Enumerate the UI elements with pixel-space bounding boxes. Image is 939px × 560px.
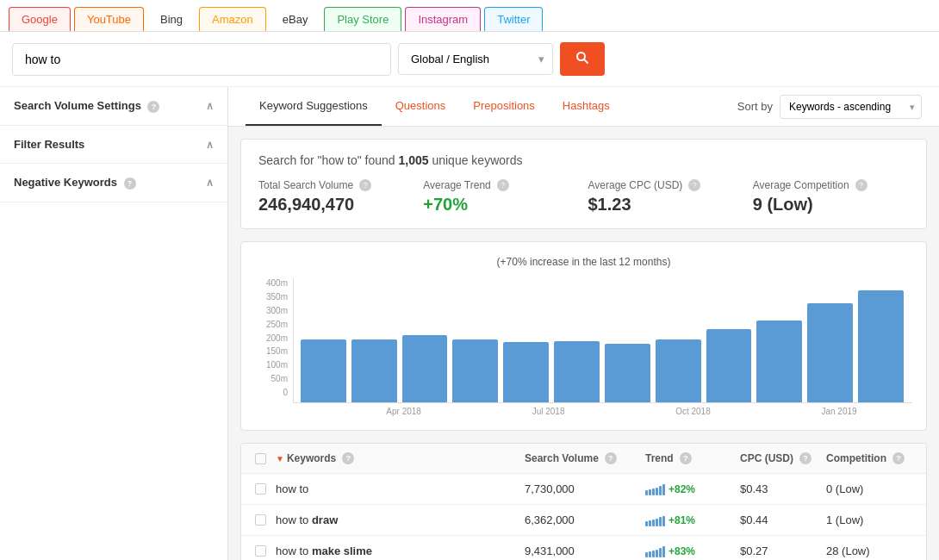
trend-bar-item <box>662 546 665 557</box>
row-trend: +82% <box>645 483 740 495</box>
tab-questions[interactable]: Questions <box>382 87 460 126</box>
stat-average-competition: Average Competition ? 9 (Low) <box>753 179 909 215</box>
row-checkbox <box>255 483 276 495</box>
help-icon-search-volume-col[interactable]: ? <box>605 452 617 464</box>
platform-tabs: Google YouTube Bing Amazon eBay Play Sto… <box>0 0 939 32</box>
search-bar: Global / English <box>0 32 939 87</box>
trend-bar-item <box>649 489 651 495</box>
trend-bar-item <box>659 548 662 557</box>
stat-label-total-volume: Total Search Volume ? <box>258 179 414 191</box>
row-cpc: $0.44 <box>740 513 826 526</box>
chart-container: 0 50m 100m 150m 200m 250m 300m 350m 400m… <box>255 278 912 416</box>
tab-youtube[interactable]: YouTube <box>74 7 144 31</box>
chart-bar <box>605 344 650 402</box>
row-volume: 7,730,000 <box>525 482 645 495</box>
trend-value: +83% <box>668 545 695 557</box>
trend-bar-item <box>656 550 658 557</box>
row-competition: 1 (Low) <box>826 513 912 526</box>
trend-value: +82% <box>668 483 695 495</box>
tab-playstore[interactable]: Play Store <box>324 7 401 31</box>
th-trend: Trend ? <box>645 452 740 464</box>
row-cpc: $0.43 <box>740 482 826 495</box>
th-checkbox <box>255 453 276 464</box>
tab-hashtags[interactable]: Hashtags <box>549 87 624 126</box>
sidebar-section-header-filter-results[interactable]: Filter Results ∧ <box>0 126 227 163</box>
trend-bar-item <box>645 521 648 526</box>
help-icon-average-competition[interactable]: ? <box>855 179 867 191</box>
stat-average-trend: Average Trend ? +70% <box>423 179 579 215</box>
y-label-400m: 400m <box>255 278 288 288</box>
sort-label: Sort by <box>737 100 773 113</box>
keywords-table: ▼ Keywords ? Search Volume ? Trend ? CPC… <box>240 443 927 560</box>
sidebar-section-header-negative-keywords[interactable]: Negative Keywords ? ∧ <box>0 164 227 202</box>
stat-total-search-volume: Total Search Volume ? 246,940,470 <box>258 179 414 215</box>
content-area: Keyword Suggestions Questions Prepositio… <box>228 87 939 560</box>
trend-bar-item <box>652 520 655 526</box>
sort-select[interactable]: Keywords - ascending Keywords - descendi… <box>780 95 922 119</box>
search-button[interactable] <box>560 42 605 76</box>
trend-bar-item <box>652 488 655 495</box>
help-icon-keywords[interactable]: ? <box>342 452 354 464</box>
locale-select[interactable]: Global / English <box>398 43 553 75</box>
sidebar-section-header-search-volume[interactable]: Search Volume Settings ? ∧ <box>0 87 227 125</box>
sidebar: Search Volume Settings ? ∧ Filter Result… <box>0 87 228 560</box>
help-icon-search-volume[interactable]: ? <box>147 101 159 113</box>
chart-title: (+70% increase in the last 12 months) <box>255 256 912 268</box>
svg-line-1 <box>584 59 588 63</box>
table-header: ▼ Keywords ? Search Volume ? Trend ? CPC… <box>241 444 926 474</box>
tab-bing[interactable]: Bing <box>147 7 196 31</box>
y-label-50m: 50m <box>255 374 288 383</box>
sidebar-section-label-search-volume: Search Volume Settings ? <box>14 99 159 113</box>
help-icon-negative-keywords[interactable]: ? <box>124 177 136 190</box>
search-icon <box>575 51 589 65</box>
help-icon-average-trend[interactable]: ? <box>497 179 509 191</box>
tab-prepositions[interactable]: Prepositions <box>459 87 549 126</box>
help-icon-average-cpc[interactable]: ? <box>688 179 700 191</box>
y-label-0: 0 <box>255 388 288 397</box>
sidebar-section-label-negative-keywords: Negative Keywords ? <box>14 176 136 190</box>
stat-label-average-cpc: Average CPC (USD) ? <box>588 179 744 191</box>
th-keywords: ▼ Keywords ? <box>276 452 525 464</box>
row-keyword: how to draw <box>276 513 525 526</box>
chart-y-labels: 0 50m 100m 150m 200m 250m 300m 350m 400m <box>255 278 288 399</box>
help-icon-competition[interactable]: ? <box>892 452 905 464</box>
th-search-volume: Search Volume ? <box>525 452 645 464</box>
stat-value-average-trend: +70% <box>423 195 579 215</box>
tab-ebay[interactable]: eBay <box>270 7 321 31</box>
chart-bar <box>301 339 346 402</box>
row-select-checkbox[interactable] <box>255 545 266 557</box>
tab-twitter[interactable]: Twitter <box>484 7 543 31</box>
y-label-100m: 100m <box>255 360 288 370</box>
search-input[interactable] <box>12 43 391 76</box>
row-select-checkbox[interactable] <box>255 483 266 495</box>
chart-bar <box>706 329 752 402</box>
trend-bar-icon <box>645 514 665 526</box>
help-icon-trend[interactable]: ? <box>680 452 692 464</box>
stats-panel: Search for "how to" found 1,005 unique k… <box>240 139 927 229</box>
tab-keyword-suggestions[interactable]: Keyword Suggestions <box>246 87 382 126</box>
chart-bar <box>756 320 802 402</box>
trend-bar-item <box>652 551 655 557</box>
chart-bar <box>452 339 498 402</box>
table-row: how to draw 6,362,000 +81% $0.44 1 (Low) <box>241 505 926 536</box>
table-row: how to 7,730,000 +82% $0.43 0 (Low) <box>241 474 926 505</box>
y-label-200m: 200m <box>255 333 288 343</box>
tab-google[interactable]: Google <box>9 7 71 31</box>
help-icon-cpc[interactable]: ? <box>799 452 812 464</box>
sort-wrapper: Keywords - ascending Keywords - descendi… <box>780 95 922 119</box>
tab-instagram[interactable]: Instagram <box>405 7 481 31</box>
help-icon-total-volume[interactable]: ? <box>359 179 371 191</box>
trend-bar-item <box>649 551 651 557</box>
chevron-icon-negative-keywords: ∧ <box>206 177 214 189</box>
tab-amazon[interactable]: Amazon <box>199 7 266 31</box>
sort-arrow-icon: ▼ <box>276 454 284 464</box>
chevron-icon-filter-results: ∧ <box>206 139 214 151</box>
sidebar-section-negative-keywords: Negative Keywords ? ∧ <box>0 164 227 202</box>
stat-value-average-cpc: $1.23 <box>588 195 744 215</box>
table-row: how to make slime 9,431,000 +83% $0.27 2… <box>241 536 926 560</box>
sort-area: Sort by Keywords - ascending Keywords - … <box>737 95 922 119</box>
row-checkbox <box>255 514 276 526</box>
row-trend: +83% <box>645 545 740 557</box>
select-all-checkbox[interactable] <box>255 453 266 464</box>
row-select-checkbox[interactable] <box>255 514 266 526</box>
